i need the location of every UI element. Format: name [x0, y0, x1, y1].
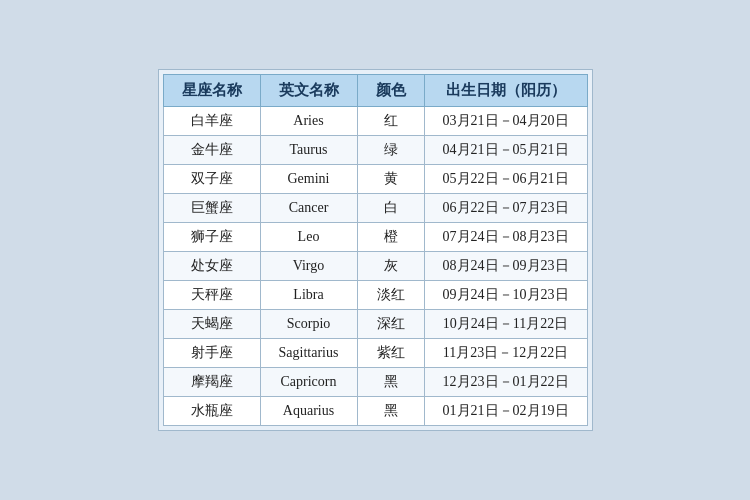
table-row: 巨蟹座Cancer白06月22日－07月23日 — [163, 194, 587, 223]
table-row: 狮子座Leo橙07月24日－08月23日 — [163, 223, 587, 252]
cell-6-2: 淡红 — [357, 281, 424, 310]
table-header-row: 星座名称英文名称颜色出生日期（阳历） — [163, 75, 587, 107]
table-row: 双子座Gemini黄05月22日－06月21日 — [163, 165, 587, 194]
cell-0-1: Aries — [260, 107, 357, 136]
cell-9-1: Capricorn — [260, 368, 357, 397]
cell-2-3: 05月22日－06月21日 — [424, 165, 587, 194]
cell-4-1: Leo — [260, 223, 357, 252]
cell-0-0: 白羊座 — [163, 107, 260, 136]
cell-8-1: Sagittarius — [260, 339, 357, 368]
zodiac-table: 星座名称英文名称颜色出生日期（阳历） 白羊座Aries红03月21日－04月20… — [163, 74, 588, 426]
cell-7-3: 10月24日－11月22日 — [424, 310, 587, 339]
zodiac-table-container: 星座名称英文名称颜色出生日期（阳历） 白羊座Aries红03月21日－04月20… — [158, 69, 593, 431]
cell-9-0: 摩羯座 — [163, 368, 260, 397]
cell-10-0: 水瓶座 — [163, 397, 260, 426]
cell-10-1: Aquarius — [260, 397, 357, 426]
cell-6-0: 天秤座 — [163, 281, 260, 310]
cell-8-3: 11月23日－12月22日 — [424, 339, 587, 368]
cell-6-1: Libra — [260, 281, 357, 310]
cell-8-2: 紫红 — [357, 339, 424, 368]
cell-1-3: 04月21日－05月21日 — [424, 136, 587, 165]
cell-1-0: 金牛座 — [163, 136, 260, 165]
header-col-2: 颜色 — [357, 75, 424, 107]
cell-7-0: 天蝎座 — [163, 310, 260, 339]
cell-0-2: 红 — [357, 107, 424, 136]
cell-10-2: 黑 — [357, 397, 424, 426]
cell-3-2: 白 — [357, 194, 424, 223]
cell-1-2: 绿 — [357, 136, 424, 165]
cell-3-0: 巨蟹座 — [163, 194, 260, 223]
cell-7-1: Scorpio — [260, 310, 357, 339]
cell-4-0: 狮子座 — [163, 223, 260, 252]
cell-2-0: 双子座 — [163, 165, 260, 194]
table-row: 白羊座Aries红03月21日－04月20日 — [163, 107, 587, 136]
header-col-1: 英文名称 — [260, 75, 357, 107]
cell-2-1: Gemini — [260, 165, 357, 194]
cell-9-3: 12月23日－01月22日 — [424, 368, 587, 397]
table-row: 摩羯座Capricorn黑12月23日－01月22日 — [163, 368, 587, 397]
table-row: 天秤座Libra淡红09月24日－10月23日 — [163, 281, 587, 310]
cell-0-3: 03月21日－04月20日 — [424, 107, 587, 136]
cell-1-1: Taurus — [260, 136, 357, 165]
table-row: 水瓶座Aquarius黑01月21日－02月19日 — [163, 397, 587, 426]
cell-6-3: 09月24日－10月23日 — [424, 281, 587, 310]
table-row: 射手座Sagittarius紫红11月23日－12月22日 — [163, 339, 587, 368]
cell-2-2: 黄 — [357, 165, 424, 194]
cell-5-1: Virgo — [260, 252, 357, 281]
header-col-0: 星座名称 — [163, 75, 260, 107]
cell-4-3: 07月24日－08月23日 — [424, 223, 587, 252]
cell-9-2: 黑 — [357, 368, 424, 397]
cell-5-2: 灰 — [357, 252, 424, 281]
cell-5-0: 处女座 — [163, 252, 260, 281]
table-row: 金牛座Taurus绿04月21日－05月21日 — [163, 136, 587, 165]
cell-8-0: 射手座 — [163, 339, 260, 368]
cell-4-2: 橙 — [357, 223, 424, 252]
cell-3-3: 06月22日－07月23日 — [424, 194, 587, 223]
table-body: 白羊座Aries红03月21日－04月20日金牛座Taurus绿04月21日－0… — [163, 107, 587, 426]
cell-3-1: Cancer — [260, 194, 357, 223]
table-row: 处女座Virgo灰08月24日－09月23日 — [163, 252, 587, 281]
cell-10-3: 01月21日－02月19日 — [424, 397, 587, 426]
header-col-3: 出生日期（阳历） — [424, 75, 587, 107]
table-row: 天蝎座Scorpio深红10月24日－11月22日 — [163, 310, 587, 339]
cell-5-3: 08月24日－09月23日 — [424, 252, 587, 281]
cell-7-2: 深红 — [357, 310, 424, 339]
